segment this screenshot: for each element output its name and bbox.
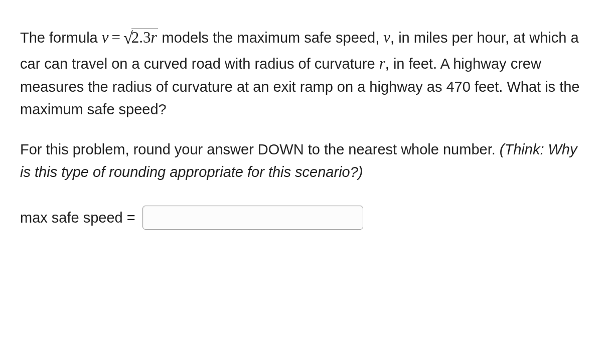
variable-v-2: v — [383, 29, 390, 46]
instruction-pre: For this problem, round your answer DOWN… — [20, 141, 500, 157]
problem-text-2: models the maximum safe speed, — [158, 30, 384, 46]
variable-r: r — [379, 55, 385, 72]
answer-label: max safe speed = — [20, 207, 135, 229]
variable-v: v — [102, 29, 109, 46]
answer-input[interactable] — [142, 206, 363, 230]
problem-text-1: The formula — [20, 30, 102, 46]
sqrt-variable-r: r — [150, 29, 157, 46]
equals-sign: = — [109, 29, 123, 46]
problem-paragraph: The formula v=√2.3r models the maximum s… — [20, 25, 582, 121]
instruction-paragraph: For this problem, round your answer DOWN… — [20, 138, 582, 184]
sqrt-expression: √2.3r — [123, 29, 158, 46]
sqrt-coefficient: 2.3 — [131, 29, 151, 46]
answer-row: max safe speed = — [20, 206, 582, 230]
sqrt-argument: 2.3r — [131, 29, 158, 46]
